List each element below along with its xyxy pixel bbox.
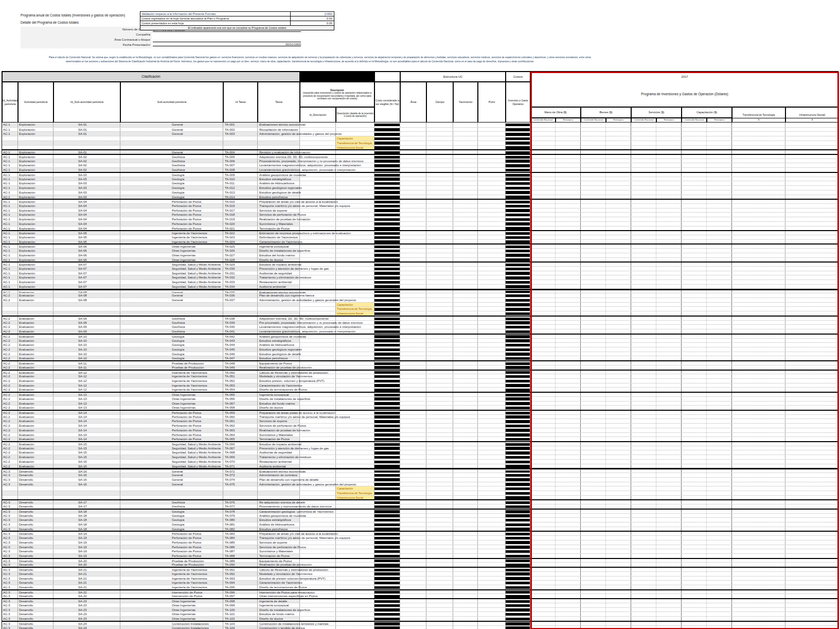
cell-infraestructura-social[interactable] — [785, 371, 839, 374]
cell-id-tarea[interactable]: TA-050 — [223, 371, 258, 374]
cell-id-subactividad[interactable]: SA-16 — [53, 469, 120, 473]
cell-infraestructura-social[interactable] — [785, 253, 839, 257]
cell-servicios-ext[interactable] — [656, 612, 682, 616]
cell-subactividad[interactable]: Perforación de Pozos — [120, 433, 223, 437]
cell-id-actividad[interactable]: AC-1 — [2, 235, 18, 239]
cell-actividad[interactable]: Exploración — [18, 222, 53, 226]
cell-id-subactividad[interactable]: SA-12 — [53, 383, 120, 388]
cell-tarea[interactable]: Administración de contratos — [258, 473, 300, 477]
cell-id-actividad[interactable]: AC-2 — [2, 356, 18, 360]
cell-actividad[interactable]: Exploración — [18, 159, 53, 163]
cell-servicios-cn[interactable] — [631, 181, 656, 185]
cell-id-subactividad[interactable]: SA-05 — [53, 231, 120, 235]
cell-subactividad[interactable]: Perforación de Pozos — [120, 554, 223, 558]
cell-descripcion[interactable] — [336, 365, 374, 370]
cell-id-descripcion[interactable] — [300, 347, 336, 352]
cell-id-subactividad[interactable]: SA-16 — [53, 473, 120, 477]
cell-transferencia-tecnologia[interactable] — [732, 123, 785, 127]
cell-tarea[interactable]: Análisis de Hidrocarburos — [258, 343, 300, 347]
table-row[interactable]: AC-1ExploraciónSA-03GeologíaTA-012Estudi… — [2, 185, 839, 190]
cell-infraestructura-social[interactable] — [785, 208, 839, 213]
cell-descripcion[interactable] — [336, 356, 374, 360]
cell-capacitacion-ext[interactable] — [707, 339, 732, 343]
cell-bienes-cn[interactable] — [581, 433, 606, 437]
cell-tarea[interactable]: Servicios de soporte — [258, 208, 300, 213]
cell-inversion-gasto[interactable] — [506, 128, 530, 132]
cell-bienes-ext[interactable] — [606, 455, 631, 459]
cell-id-actividad[interactable]: AC-2 — [2, 460, 18, 464]
cell-transferencia-tecnologia[interactable] — [732, 478, 785, 482]
cell-mano-obra-ext[interactable] — [556, 231, 581, 235]
cell-transferencia-tecnologia[interactable] — [732, 455, 785, 459]
cell-bienes-ext[interactable] — [606, 540, 631, 545]
cell-pozo[interactable] — [478, 163, 506, 167]
cell-mano-obra-cn[interactable] — [530, 356, 556, 360]
cell-area[interactable] — [400, 603, 426, 607]
cell-campo[interactable] — [426, 397, 453, 401]
cell-id-actividad[interactable]: AC-1 — [2, 132, 18, 136]
cell-yacimiento[interactable] — [453, 532, 478, 535]
cell-infraestructura-social[interactable] — [785, 311, 839, 316]
cell-transferencia-tecnologia[interactable] — [732, 275, 785, 279]
cell-capacitacion-ext[interactable] — [707, 240, 732, 244]
cell-capacitacion-ext[interactable] — [707, 585, 732, 589]
cell-mano-obra-ext[interactable] — [556, 335, 581, 338]
cell-campo[interactable] — [426, 136, 453, 141]
cell-transferencia-tecnologia[interactable] — [732, 514, 785, 518]
cell-mano-obra-ext[interactable] — [556, 559, 581, 563]
cell-bienes-cn[interactable] — [581, 325, 606, 329]
cell-id-subactividad[interactable]: SA-21 — [53, 568, 120, 571]
table-row[interactable]: AC-1ExploraciónSA-04Perforación de Pozos… — [2, 199, 839, 203]
cell-bienes-ext[interactable] — [606, 374, 631, 378]
cell-actividad[interactable]: Exploración — [18, 285, 53, 289]
cell-servicios-ext[interactable] — [656, 460, 682, 464]
cell-transferencia-tecnologia[interactable] — [732, 603, 785, 607]
cell-id-actividad[interactable]: AC-1 — [2, 163, 18, 167]
cell-descripcion[interactable] — [336, 617, 374, 621]
cell-id-subactividad[interactable]: SA-12 — [53, 388, 120, 392]
cell-id-tarea[interactable]: TA-056 — [223, 397, 258, 401]
cell-inversion-gasto[interactable] — [506, 244, 530, 248]
cell-actividad[interactable]: Exploración — [18, 213, 53, 217]
cell-tarea[interactable]: Re-adquisición sísmica de detalle — [258, 500, 300, 504]
cell-descripcion[interactable] — [336, 371, 374, 374]
cell-id-tarea[interactable]: TA-011 — [223, 181, 258, 185]
cell-id-actividad[interactable]: AC-2 — [2, 411, 18, 414]
cell-subactividad[interactable]: Geofísica — [120, 155, 223, 159]
cell-tarea[interactable]: Procesamiento, procesado, interpretación… — [258, 159, 300, 163]
cell-mano-obra-ext[interactable] — [556, 446, 581, 450]
cell-costo-elegible[interactable] — [374, 352, 400, 356]
cell-inversion-gasto[interactable] — [506, 343, 530, 347]
cell-id-actividad[interactable]: AC-3 — [2, 554, 18, 558]
cell-id-descripcion[interactable] — [300, 307, 336, 311]
cell-id-descripcion[interactable] — [300, 599, 336, 603]
cell-id-descripcion[interactable] — [300, 460, 336, 464]
cell-servicios-ext[interactable] — [656, 585, 682, 589]
cell-subactividad[interactable] — [120, 146, 223, 150]
cell-yacimiento[interactable] — [453, 563, 478, 567]
cell-bienes-cn[interactable] — [581, 446, 606, 450]
cell-transferencia-tecnologia[interactable] — [732, 146, 785, 150]
cell-tarea[interactable]: Cálculo de Reservas y estimadores de pro… — [258, 568, 300, 571]
cell-costo-elegible[interactable] — [374, 617, 400, 621]
cell-descripcion[interactable] — [336, 263, 374, 266]
table-row[interactable]: AC-1ExploraciónSA-07Seguridad, Salud y M… — [2, 271, 839, 275]
cell-tarea[interactable]: Terminación de Pozos — [258, 554, 300, 558]
cell-mano-obra-ext[interactable] — [556, 383, 581, 388]
cell-transferencia-tecnologia[interactable] — [732, 290, 785, 293]
cell-servicios-ext[interactable] — [656, 249, 682, 253]
cell-inversion-gasto[interactable] — [506, 527, 530, 531]
cell-tarea[interactable]: Otras intervenciones específicas en Pozo… — [258, 594, 300, 598]
cell-subactividad[interactable] — [120, 303, 223, 307]
cell-bienes-ext[interactable] — [606, 563, 631, 567]
cell-costo-elegible[interactable] — [374, 231, 400, 235]
cell-area[interactable] — [400, 159, 426, 163]
cell-yacimiento[interactable] — [453, 271, 478, 275]
cell-servicios-ext[interactable] — [656, 549, 682, 553]
cell-capacitacion-cn[interactable] — [682, 518, 707, 522]
cell-bienes-cn[interactable] — [581, 146, 606, 150]
cell-bienes-ext[interactable] — [606, 460, 631, 464]
cell-actividad[interactable]: Evaluación — [18, 356, 53, 360]
cell-campo[interactable] — [426, 464, 453, 468]
cell-mano-obra-ext[interactable] — [556, 173, 581, 177]
